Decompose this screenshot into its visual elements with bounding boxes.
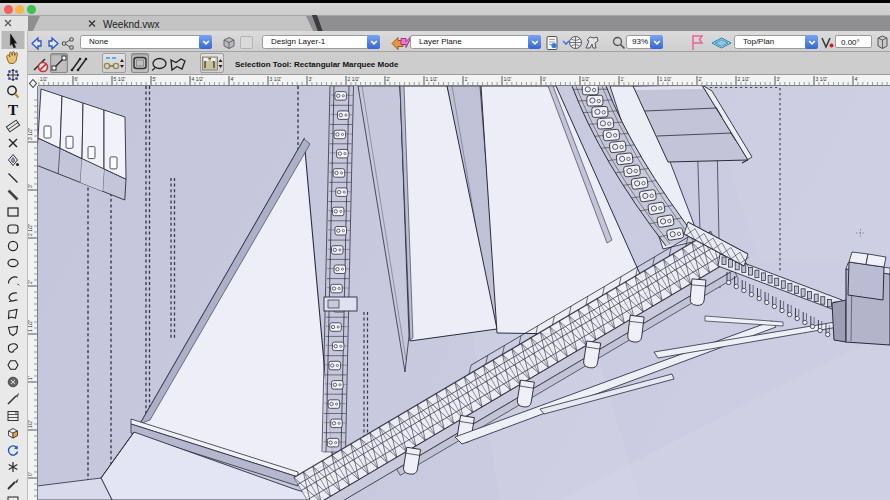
svg-text:1 1/2': 1 1/2' [28, 320, 33, 332]
svg-text:2': 2' [28, 280, 33, 284]
svg-text:5 1/2': 5 1/2' [114, 76, 126, 82]
svg-text:T: T [8, 102, 18, 118]
svg-text:1 1/2': 1 1/2' [426, 76, 438, 82]
svg-text:1': 1' [28, 376, 33, 380]
svg-text:Weeknd.vwx: Weeknd.vwx [103, 19, 160, 30]
svg-text:3 1/2': 3 1/2' [28, 128, 33, 140]
svg-text:0': 0' [543, 76, 547, 82]
svg-text:3': 3' [777, 76, 781, 82]
svg-text:1': 1' [465, 76, 469, 82]
svg-text:3 1/2': 3 1/2' [270, 76, 282, 82]
svg-text:4': 4' [231, 76, 235, 82]
svg-text:3': 3' [309, 76, 313, 82]
svg-text:4': 4' [855, 76, 859, 82]
svg-text:2 1/2': 2 1/2' [738, 76, 750, 82]
svg-text:3 1/2': 3 1/2' [816, 76, 828, 82]
svg-text:1 1/2': 1 1/2' [660, 76, 672, 82]
svg-text:2 1/2': 2 1/2' [348, 76, 360, 82]
svg-text:2 1/2': 2 1/2' [28, 224, 33, 236]
svg-text:4 1/2': 4 1/2' [192, 76, 204, 82]
svg-text:1/2': 1/2' [504, 76, 512, 82]
svg-text:1/2': 1/2' [28, 420, 33, 428]
svg-text:1/2': 1/2' [582, 76, 590, 82]
svg-text:5': 5' [153, 76, 157, 82]
svg-text:2': 2' [387, 76, 391, 82]
svg-text:0': 0' [28, 472, 33, 476]
svg-text:2': 2' [699, 76, 703, 82]
svg-text:3': 3' [28, 184, 33, 188]
svg-text:1': 1' [621, 76, 625, 82]
svg-text:6': 6' [75, 76, 79, 82]
